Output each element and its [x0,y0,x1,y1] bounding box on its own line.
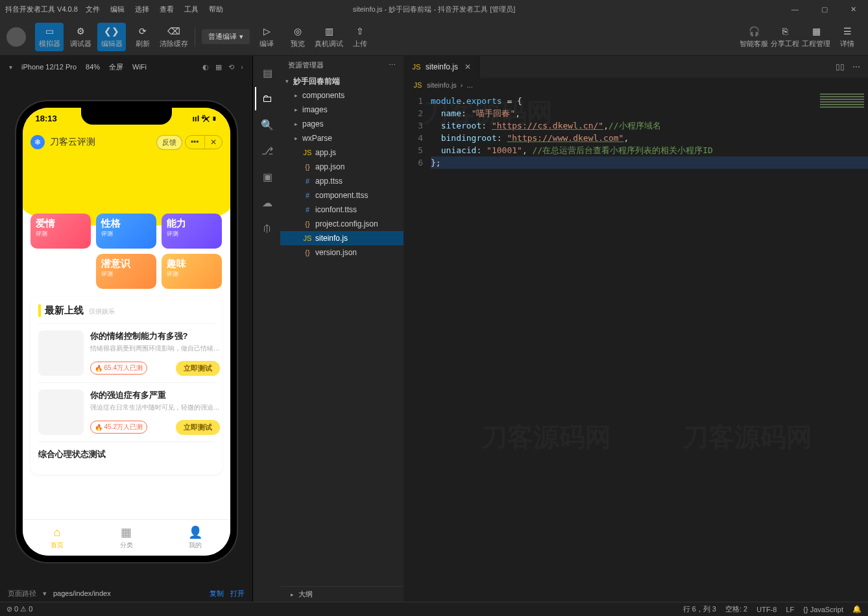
menu-view[interactable]: 查看 [160,5,174,14]
section-subtitle: 仅供娱乐 [89,307,115,316]
list-item[interactable]: 你的强迫症有多严重 强迫症在日常生活中随时可见，轻微的强迫… 45.2万人已测 … [38,382,215,441]
tb-upload[interactable]: ⇧上传 [346,23,374,51]
analytics-icon[interactable]: ⫛ [255,217,278,240]
screen-select[interactable]: 全屏 [109,62,123,72]
tab-bar: ⌂首页 ▦分类 👤我的 [23,519,230,556]
cursor-position[interactable]: 行 6，列 3 [683,604,716,614]
feedback-button[interactable]: 反馈 [156,135,182,150]
avatar[interactable] [6,27,26,47]
tree-folder[interactable]: ▸pages [280,117,404,131]
code-area[interactable]: 1module.exports = { 2 name: "喵手回春", 3 si… [404,92,868,602]
outline-header[interactable]: ▸大纲 [280,586,404,602]
home-icon: ⌂ [53,526,60,539]
eol[interactable]: LF [786,606,794,613]
capsule-more-button[interactable]: ••• [186,136,204,149]
tb-editor[interactable]: ❮❯编辑器 [97,23,126,51]
device-icon: ▥ [323,25,335,37]
minimize-button[interactable]: — [780,0,810,18]
open-path-button[interactable]: 打开 [230,589,245,598]
indent-setting[interactable]: 空格: 2 [725,604,747,614]
close-tab-button[interactable]: ✕ [464,62,471,71]
problems-indicator[interactable]: ⊘ 0 ⚠ 0 [6,605,32,613]
status-bar: ⊘ 0 ⚠ 0 行 6，列 3 空格: 2 UTF-8 LF {} JavaSc… [0,602,868,616]
search-icon[interactable]: 🔍 [255,113,278,136]
editor-tab[interactable]: JS siteinfo.js ✕ [404,56,479,78]
tb-share[interactable]: ⎘分享工程 [771,23,799,51]
tree-folder[interactable]: ▸components [280,88,404,103]
tree-file[interactable]: JSapp.js [280,145,404,160]
arrow-icon[interactable]: › [241,63,243,71]
tab-mine[interactable]: 👤我的 [161,520,230,556]
tree-file[interactable]: {}version.json [280,245,404,260]
breadcrumb[interactable]: JS siteinfo.js › ... [404,78,868,92]
menu-help[interactable]: 帮助 [209,5,223,14]
tb-details[interactable]: ☰详情 [833,23,862,51]
tb-remote-debug[interactable]: ▥真机调试 [315,23,343,51]
tree-root[interactable]: ▾妙手回春前端 [280,74,404,88]
tree-folder[interactable]: ▸wxParse [280,131,404,145]
minimap[interactable] [816,92,868,222]
device-select[interactable]: iPhone 12/12 Pro [21,63,77,71]
encoding[interactable]: UTF-8 [756,606,777,613]
copy-path-button[interactable]: 复制 [210,589,224,598]
zoom-select[interactable]: 84% [86,63,100,71]
extensions-icon[interactable]: ▣ [255,165,278,188]
tree-file[interactable]: #app.ttss [280,174,404,188]
close-button[interactable]: ✕ [839,0,868,18]
more-icon[interactable]: ⋯ [389,61,396,69]
more-icon[interactable]: ⋯ [852,62,860,71]
code-icon: ❮❯ [106,25,117,37]
status-icons: ııl ⏧ ▮ [192,114,217,123]
tab-category[interactable]: ▦分类 [91,520,161,556]
compile-mode-dropdown[interactable]: 普通编译▾ [202,29,250,44]
explorer-icon[interactable]: 🗀 [255,87,278,110]
category-personality[interactable]: 性格评测 [96,214,156,249]
chevron-down-icon[interactable]: ▾ [9,64,12,71]
category-subconscious[interactable]: 潜意识评测 [96,254,156,289]
tree-file[interactable]: #component.ttss [280,188,404,203]
tree-file[interactable]: #iconfont.ttss [280,203,404,217]
language-mode[interactable]: {} JavaScript [803,606,843,613]
tree-file[interactable]: {}app.json [280,160,404,174]
tb-refresh[interactable]: ⟳刷新 [128,23,157,51]
category-fun[interactable]: 趣味评测 [162,254,222,289]
menu-file[interactable]: 文件 [86,5,100,14]
menu-edit[interactable]: 编辑 [110,5,125,14]
refresh-icon: ⟳ [137,25,149,37]
tree-file[interactable]: JSsiteinfo.js [280,231,404,245]
start-test-button[interactable]: 立即测试 [176,361,220,376]
tb-preview[interactable]: ◎预览 [283,23,312,51]
cloud-icon[interactable]: ☁ [255,191,278,214]
bell-icon[interactable]: 🔔 [852,605,862,613]
menu-tools[interactable]: 工具 [184,5,199,14]
list-item[interactable]: 综合心理状态测试 [38,441,215,467]
thumbnail [38,389,84,435]
rotate-icon[interactable]: ⟲ [228,63,234,71]
list-item[interactable]: 你的情绪控制能力有多强? 情绪很容易受到周围环境影响，做自己情绪… 65.4万人… [38,323,215,382]
start-test-button[interactable]: 立即测试 [176,420,220,435]
tb-clear-cache[interactable]: ⌫清除缓存 [160,23,188,51]
network-select[interactable]: WiFi [132,63,147,71]
menu-select[interactable]: 选择 [135,5,149,14]
grid-icon[interactable]: ▦ [215,63,222,71]
category-love[interactable]: 爱情评测 [30,214,91,249]
tree-folder[interactable]: ▸images [280,103,404,117]
tree-file[interactable]: {}project.config.json [280,217,404,231]
tb-simulator[interactable]: ▭模拟器 [35,23,64,51]
tb-project-mgmt[interactable]: ▦工程管理 [802,23,830,51]
social-icon[interactable]: ◐ [202,63,209,71]
category-ability[interactable]: 能力评测 [162,214,222,249]
thumbnail [38,330,84,376]
capsule-close-button[interactable]: ✕ [204,136,222,149]
sidebar-toggle-icon[interactable]: ▤ [255,61,278,84]
tb-support[interactable]: 🎧智能客服 [740,23,768,51]
tb-debugger[interactable]: ⚙调试器 [66,23,95,51]
status-time: 18:13 [36,114,57,123]
chevron-down-icon[interactable]: ▾ [43,589,47,598]
source-control-icon[interactable]: ⎇ [255,139,278,162]
maximize-button[interactable]: ▢ [810,0,839,18]
tb-compile[interactable]: ▷编译 [252,23,281,51]
split-editor-icon[interactable]: ▯▯ [836,62,845,71]
tab-home[interactable]: ⌂首页 [23,520,92,556]
phone-screen[interactable]: 18:13 ııl ⏧ ▮ ❄ 刀客云评测 反馈 ••• ✕ [23,108,230,556]
